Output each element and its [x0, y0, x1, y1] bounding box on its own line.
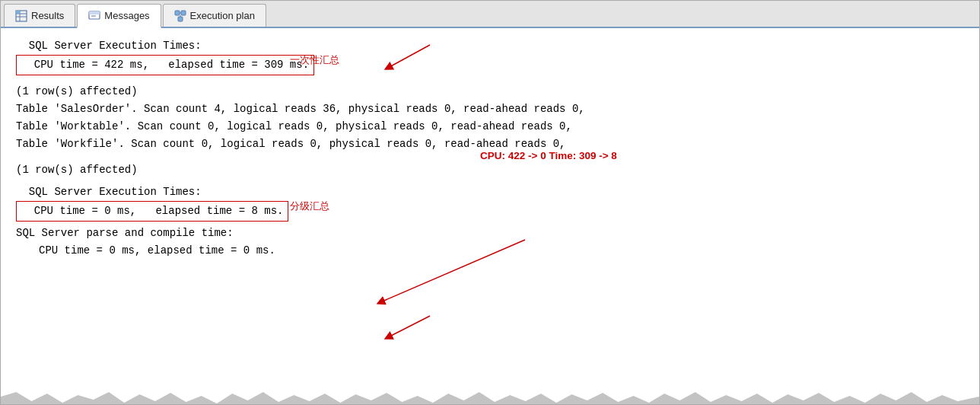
tab-execution-plan[interactable]: Execution plan	[163, 4, 266, 27]
exec-times-box-1: CPU time = 422 ms, elapsed time = 309 ms…	[16, 55, 314, 75]
svg-rect-10	[181, 11, 186, 15]
annotation-fenjihuzong: 分级汇总	[290, 198, 329, 214]
messages-content: SQL Server Execution Times: CPU time = 4…	[1, 28, 979, 405]
tab-bar: Results Messages Execution plan	[1, 1, 979, 28]
exec-times-box-2: CPU time = 0 ms, elapsed time = 8 ms. 分级…	[16, 201, 288, 222]
annotation-yicixing: 一次性汇总	[290, 52, 339, 68]
tab-results-label: Results	[31, 10, 64, 21]
highlighted-cpu-2: CPU time = 0 ms, elapsed time = 8 ms.	[16, 201, 288, 222]
svg-rect-4	[16, 11, 20, 14]
table-salesorder: Table 'SalesOrder'. Scan count 4, logica…	[16, 100, 964, 118]
table-icon	[15, 10, 27, 22]
highlighted-cpu-1: CPU time = 422 ms, elapsed time = 309 ms…	[16, 55, 314, 75]
svg-rect-11	[178, 17, 183, 21]
parse-compile-cpu: CPU time = 0 ms, elapsed time = 0 ms.	[39, 242, 964, 260]
tab-results[interactable]: Results	[4, 4, 75, 27]
messages-icon	[88, 10, 100, 22]
plan-icon	[174, 10, 186, 22]
tab-execution-plan-label: Execution plan	[190, 10, 255, 21]
parse-compile-heading: SQL Server parse and compile time:	[16, 225, 964, 242]
rows-affected-1: (1 row(s) affected)	[16, 83, 964, 100]
svg-rect-8	[89, 11, 100, 14]
table-worktable: Table 'Worktable'. Scan count 0, logical…	[16, 118, 964, 136]
cpu-time-annotation: CPU: 422 -> 0 Time: 309 -> 8	[480, 148, 617, 164]
svg-line-16	[388, 316, 430, 337]
svg-rect-9	[175, 11, 180, 15]
tab-messages[interactable]: Messages	[77, 4, 161, 28]
tab-messages-label: Messages	[104, 10, 149, 21]
exec-times-heading-2: SQL Server Execution Times:	[16, 183, 964, 201]
jagged-edge	[1, 392, 979, 405]
exec-times-heading-1: SQL Server Execution Times:	[16, 37, 964, 55]
